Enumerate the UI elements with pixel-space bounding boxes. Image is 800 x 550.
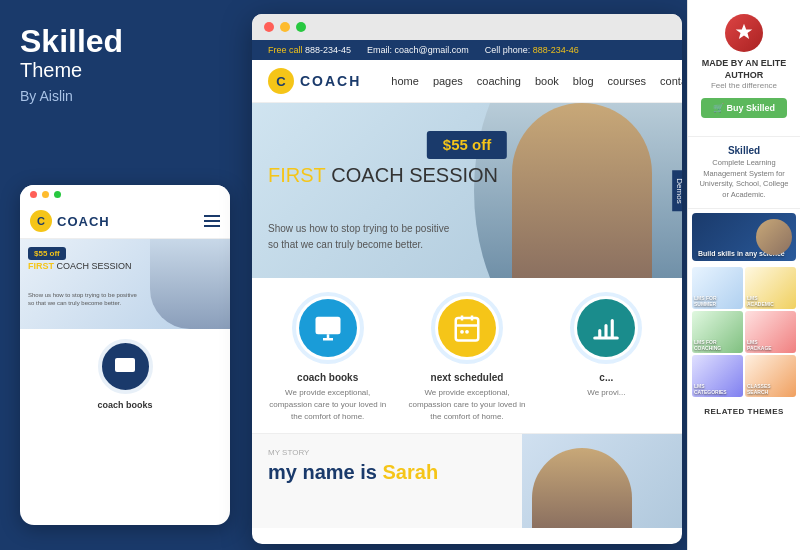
featured-thumb-container: Build skills in any science: [688, 209, 800, 263]
svg-rect-0: [115, 358, 135, 372]
mobile-hero-sub: Show us how to stop trying to be positiv…: [28, 291, 137, 308]
browser-topbar: [252, 14, 682, 40]
author-label: MADE BY AN ELITE AUTHOR: [696, 58, 792, 81]
site-nav: C COACH home pages coaching book blog co…: [252, 60, 682, 103]
right-sidebar: MADE BY AN ELITE AUTHOR Feel the differe…: [687, 0, 800, 550]
feature-icon-bg-2: [438, 299, 496, 357]
site-logo: C COACH: [268, 68, 361, 94]
nav-courses[interactable]: courses: [608, 75, 647, 87]
product-name: Skilled: [696, 145, 792, 156]
feature-coach-plans: c... We provi...: [547, 292, 666, 423]
mobile-feature-title: coach books: [30, 400, 220, 410]
site-hero: $55 off FIRST COACH SESSION Show us how …: [252, 103, 682, 278]
featured-thumb[interactable]: Build skills in any science: [692, 213, 796, 261]
mobile-dot-green: [54, 191, 61, 198]
demos-tab[interactable]: Demos: [672, 170, 682, 211]
author-badge-icon: [725, 14, 763, 52]
thumb-4[interactable]: LMSPACKAGE: [745, 311, 796, 353]
site-logo-text: COACH: [300, 73, 361, 89]
feature-icon-ring-2: [431, 292, 503, 364]
thumb-5[interactable]: LMSCATEGORIES: [692, 355, 743, 397]
svg-point-3: [460, 330, 464, 334]
sidebar-thumbs-grid: LMS FORSUMMER LMSACADEMIC LMS FORCOACHIN…: [688, 263, 800, 401]
feature-icon-bg-3: [577, 299, 635, 357]
feature-desc-2: We provide exceptional, compassion care …: [407, 387, 526, 423]
mobile-hero-badge: $55 off: [28, 247, 66, 260]
about-name-highlight: Sarah: [383, 461, 439, 483]
browser-dot-red: [264, 22, 274, 32]
feature-coach-books: coach books We provide exceptional, comp…: [268, 292, 387, 423]
related-themes-label: RELATED THEMES: [696, 407, 792, 416]
site-nav-links: home pages coaching book blog courses co…: [391, 75, 682, 87]
mobile-feature: coach books: [20, 329, 230, 420]
site-about: My Story my name is Sarah: [252, 433, 682, 528]
hero-person-image: [512, 103, 652, 278]
site-features: coach books We provide exceptional, comp…: [252, 278, 682, 433]
mobile-hero: $55 off FIRST COACH SESSION Show us how …: [20, 239, 230, 329]
email: Email: coach@gmail.com: [367, 45, 469, 55]
browser-dot-green: [296, 22, 306, 32]
thumb-6[interactable]: CLASSESSEARCH: [745, 355, 796, 397]
about-text: My Story my name is Sarah: [252, 434, 522, 528]
feature-desc-3: We provi...: [547, 387, 666, 399]
sidebar-related: RELATED THEMES: [688, 401, 800, 420]
about-person: [532, 448, 632, 528]
buy-button[interactable]: 🛒 Buy Skilled: [701, 98, 787, 118]
author-sub: Feel the difference: [696, 81, 792, 90]
brand-title: Skilled: [20, 24, 225, 59]
featured-thumb-img: [756, 219, 792, 255]
sidebar-author-section: MADE BY AN ELITE AUTHOR Feel the differe…: [688, 0, 800, 137]
hero-title: FIRST COACH SESSION: [268, 163, 532, 187]
feature-icon-ring-3: [570, 292, 642, 364]
hero-title-bold: FIRST: [268, 164, 326, 186]
about-image: [522, 434, 682, 528]
svg-rect-2: [456, 318, 479, 341]
left-panel: Skilled Theme By Aislin C COACH $55 off …: [0, 0, 245, 550]
nav-book[interactable]: book: [535, 75, 559, 87]
free-call: Free call 888-234-45: [268, 45, 351, 55]
nav-blog[interactable]: blog: [573, 75, 594, 87]
hamburger-icon[interactable]: [204, 215, 220, 227]
mobile-nav: C COACH: [20, 204, 230, 239]
browser-dot-yellow: [280, 22, 290, 32]
nav-home[interactable]: home: [391, 75, 419, 87]
thumb-3[interactable]: LMS FORCOACHING: [692, 311, 743, 353]
hero-badge: $55 off: [427, 131, 507, 159]
feature-desc-1: We provide exceptional, compassion care …: [268, 387, 387, 423]
mobile-logo: C COACH: [30, 210, 110, 232]
feature-next-scheduled: next scheduled We provide exceptional, c…: [407, 292, 526, 423]
browser-mockup: Free call 888-234-45 Email: coach@gmail.…: [252, 14, 682, 544]
mobile-mockup: C COACH $55 off FIRST COACH SESSION Show…: [20, 185, 230, 525]
mobile-feature-icon: [98, 339, 153, 394]
brand-author: By Aislin: [20, 88, 225, 104]
about-name: my name is Sarah: [268, 461, 506, 484]
feature-name-3: c...: [547, 372, 666, 383]
mobile-dot-red: [30, 191, 37, 198]
feature-icon-ring-1: [292, 292, 364, 364]
hero-badge-text: $55 off: [443, 136, 491, 153]
feature-name-1: coach books: [268, 372, 387, 383]
brand-subtitle: Theme: [20, 59, 225, 82]
nav-coaching[interactable]: coaching: [477, 75, 521, 87]
site-logo-circle: C: [268, 68, 294, 94]
site-topbar: Free call 888-234-45 Email: coach@gmail.…: [252, 40, 682, 60]
mobile-logo-circle: C: [30, 210, 52, 232]
sidebar-product-info: Skilled Complete Learning Management Sys…: [688, 137, 800, 209]
feature-name-2: next scheduled: [407, 372, 526, 383]
mobile-top-bar: [20, 185, 230, 204]
about-story-label: My Story: [268, 448, 506, 457]
mobile-dot-yellow: [42, 191, 49, 198]
mobile-logo-text: COACH: [57, 214, 110, 229]
feature-icon-bg-1: [299, 299, 357, 357]
hero-subtitle: Show us how to stop trying to be positiv…: [268, 221, 522, 253]
cell-phone: Cell phone: 888-234-46: [485, 45, 579, 55]
svg-point-4: [465, 330, 469, 334]
svg-rect-1: [315, 317, 340, 335]
thumb-1[interactable]: LMS FORSUMMER: [692, 267, 743, 309]
mobile-hero-title: FIRST COACH SESSION: [28, 261, 132, 273]
product-desc: Complete Learning Management System for …: [696, 158, 792, 200]
thumb-2[interactable]: LMSACADEMIC: [745, 267, 796, 309]
nav-pages[interactable]: pages: [433, 75, 463, 87]
nav-contact[interactable]: contact: [660, 75, 682, 87]
mobile-hero-bg: [150, 239, 230, 329]
